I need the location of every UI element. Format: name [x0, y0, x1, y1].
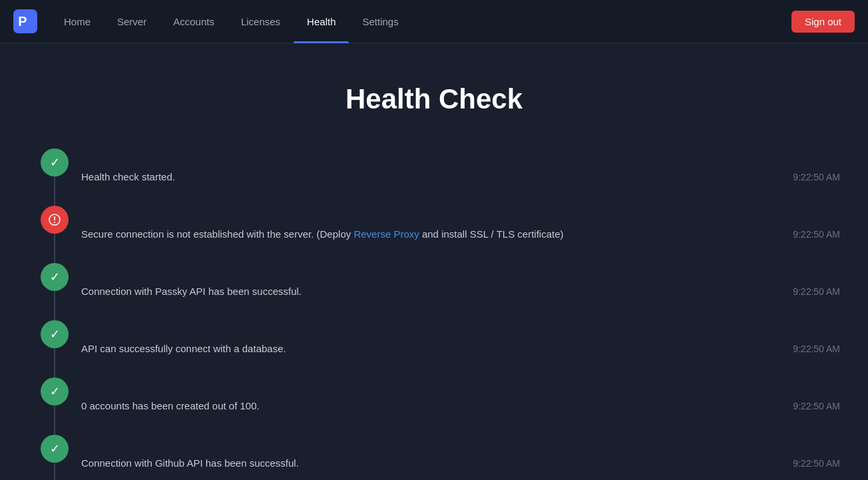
message-suffix: and install SSL / TLS certificate)	[419, 228, 564, 240]
timeline-content: Connection with Github API has been succ…	[81, 444, 840, 480]
logo[interactable]: P	[13, 9, 37, 33]
nav-item-server[interactable]: Server	[104, 0, 160, 43]
timeline-item: Secure connection is not established wit…	[28, 206, 840, 263]
timeline-connector	[54, 405, 55, 435]
timeline-content: 0 accounts has been created out of 100. …	[81, 387, 840, 426]
timeline-message: API can successfully connect with a data…	[81, 342, 286, 357]
nav-item-settings[interactable]: Settings	[349, 0, 411, 43]
sign-out-button[interactable]: Sign out	[791, 11, 855, 33]
timeline-item: ✓ API can successfully connect with a da…	[28, 320, 840, 377]
timeline-content: Connection with Passky API has been succ…	[81, 272, 840, 312]
success-icon: ✓	[41, 320, 69, 348]
timeline-message: Health check started.	[81, 170, 175, 185]
timeline-content: API can successfully connect with a data…	[81, 330, 840, 369]
reverse-proxy-link[interactable]: Reverse Proxy	[353, 228, 419, 240]
timeline-timestamp: 9:22:50 AM	[793, 172, 840, 182]
timeline-message: Connection with Github API has been succ…	[81, 456, 299, 471]
timeline-message: Connection with Passky API has been succ…	[81, 284, 302, 300]
nav-item-licenses[interactable]: Licenses	[228, 0, 294, 43]
timeline-item: ✓ Health check started. 9:22:50 AM	[28, 148, 840, 206]
timeline: ✓ Health check started. 9:22:50 AM	[28, 148, 840, 480]
timeline-message: Secure connection is not established wit…	[81, 227, 564, 242]
success-icon: ✓	[41, 377, 69, 405]
message-prefix: Secure connection is not established wit…	[81, 228, 353, 240]
timeline-connector	[54, 291, 55, 320]
error-icon	[41, 206, 69, 234]
timeline-timestamp: 9:22:50 AM	[793, 344, 840, 354]
timeline-timestamp: 9:22:50 AM	[793, 286, 840, 297]
nav-item-health[interactable]: Health	[294, 0, 349, 43]
main-content: Health Check ✓ Health check started. 9:2…	[1, 43, 867, 480]
success-icon: ✓	[41, 263, 69, 291]
timeline-timestamp: 9:22:50 AM	[793, 401, 840, 411]
success-icon: ✓	[41, 435, 69, 463]
timeline-content: Secure connection is not established wit…	[81, 215, 840, 254]
navbar: P Home Server Accounts Licenses Health S…	[0, 0, 868, 43]
timeline-connector	[54, 348, 55, 377]
timeline-left: ✓	[28, 435, 81, 480]
page-title: Health Check	[28, 83, 840, 115]
nav-item-home[interactable]: Home	[51, 0, 104, 43]
timeline-left: ✓	[28, 148, 81, 206]
timeline-message: 0 accounts has been created out of 100.	[81, 399, 260, 414]
timeline-connector	[54, 176, 55, 206]
timeline-left: ✓	[28, 263, 81, 320]
timeline-left	[28, 206, 81, 263]
svg-text:P: P	[18, 14, 27, 29]
timeline-timestamp: 9:22:50 AM	[793, 458, 840, 469]
svg-point-3	[54, 222, 55, 223]
timeline-connector	[54, 463, 55, 480]
nav-item-accounts[interactable]: Accounts	[160, 0, 228, 43]
timeline-timestamp: 9:22:50 AM	[793, 229, 840, 240]
nav-links: Home Server Accounts Licenses Health Set…	[51, 0, 791, 43]
navbar-actions: Sign out	[791, 11, 855, 33]
timeline-content: Health check started. 9:22:50 AM	[81, 158, 840, 197]
timeline-item: ✓ 0 accounts has been created out of 100…	[28, 377, 840, 435]
timeline-item: ✓ Connection with Passky API has been su…	[28, 263, 840, 320]
timeline-item: ✓ Connection with Github API has been su…	[28, 435, 840, 480]
timeline-left: ✓	[28, 320, 81, 377]
timeline-connector	[54, 234, 55, 263]
timeline-left: ✓	[28, 377, 81, 435]
success-icon: ✓	[41, 148, 69, 176]
